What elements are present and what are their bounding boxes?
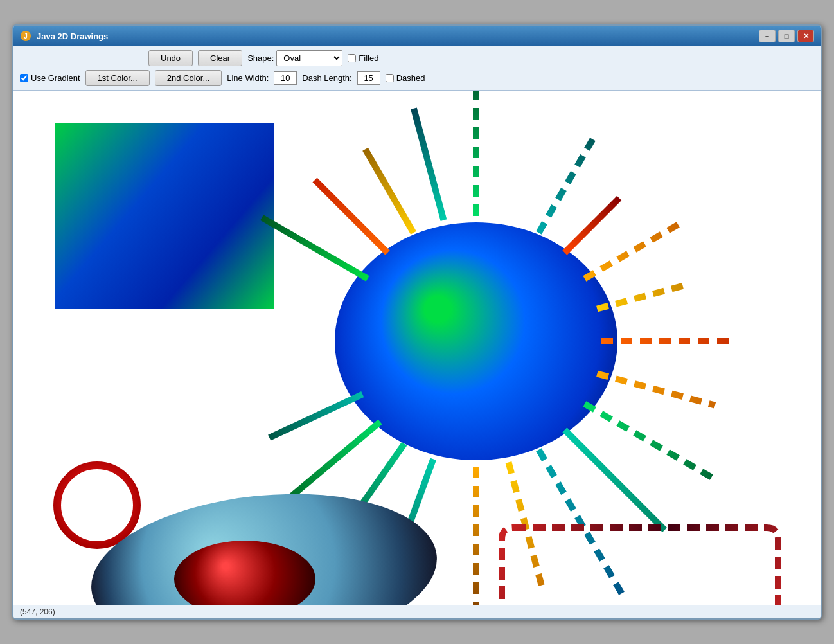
toolbar-row1: Undo Clear Shape: Oval Line Rect 3D Rect… xyxy=(20,50,814,66)
clear-button[interactable]: Clear xyxy=(198,50,242,66)
toolbar-row2: Use Gradient 1st Color... 2nd Color... L… xyxy=(20,70,814,86)
use-gradient-checkbox-label[interactable]: Use Gradient xyxy=(20,73,80,83)
dashed-checkbox-label[interactable]: Dashed xyxy=(386,73,425,83)
svg-text:J: J xyxy=(24,33,28,40)
shape-selector-wrapper: Shape: Oval Line Rect 3D Rect Round Rect xyxy=(247,50,342,66)
dash-length-input[interactable] xyxy=(357,71,380,85)
filled-checkbox-label[interactable]: Filled xyxy=(348,53,378,63)
shape-label: Shape: xyxy=(247,53,274,63)
close-button[interactable]: ✕ xyxy=(797,30,814,42)
first-color-button[interactable]: 1st Color... xyxy=(85,70,150,86)
java-icon: J xyxy=(20,30,31,42)
second-color-button[interactable]: 2nd Color... xyxy=(155,70,222,86)
filled-checkbox[interactable] xyxy=(348,54,356,62)
undo-button[interactable]: Undo xyxy=(148,50,193,66)
dash-length-label: Dash Length: xyxy=(302,73,351,83)
title-bar-left: J Java 2D Drawings xyxy=(20,30,108,42)
maximize-button[interactable]: □ xyxy=(778,30,795,42)
minimize-button[interactable]: − xyxy=(759,30,776,42)
drawing-canvas[interactable] xyxy=(13,91,821,605)
line-width-input[interactable] xyxy=(274,71,297,85)
main-window: J Java 2D Drawings − □ ✕ Undo Clear Shap… xyxy=(12,24,822,620)
dashed-checkbox[interactable] xyxy=(386,74,394,82)
drawing-canvas-area[interactable] xyxy=(13,91,821,605)
window-title: Java 2D Drawings xyxy=(37,31,108,41)
status-bar: (547, 206) xyxy=(13,605,821,618)
coordinates-display: (547, 206) xyxy=(20,607,55,616)
title-bar-buttons: − □ ✕ xyxy=(759,30,814,42)
line-width-label: Line Width: xyxy=(227,73,269,83)
title-bar: J Java 2D Drawings − □ ✕ xyxy=(13,26,821,46)
toolbar-area: Undo Clear Shape: Oval Line Rect 3D Rect… xyxy=(13,46,821,91)
use-gradient-checkbox[interactable] xyxy=(20,74,28,82)
shape-select[interactable]: Oval Line Rect 3D Rect Round Rect xyxy=(276,50,342,66)
